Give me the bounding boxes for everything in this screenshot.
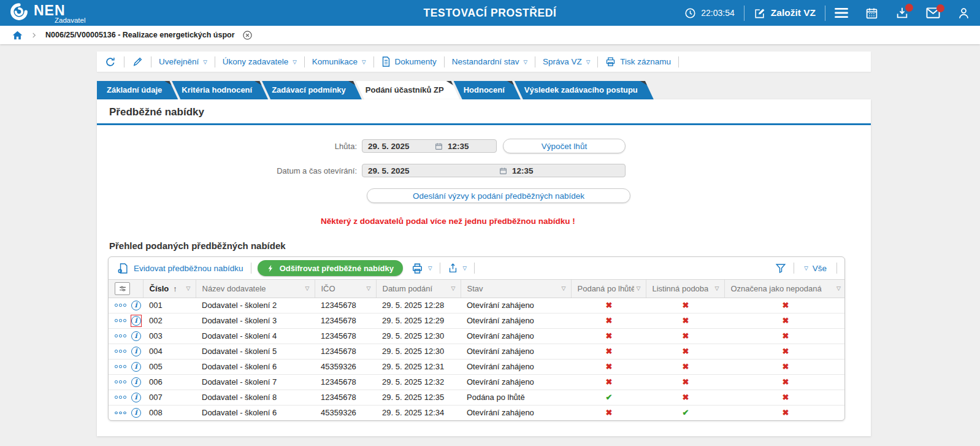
- filter-preset-select[interactable]: ▽ Vše: [800, 263, 830, 274]
- compute-deadlines-button[interactable]: Výpočet lhůt: [503, 139, 626, 153]
- cell-stav: Otevírání zahájeno: [461, 405, 571, 420]
- cell-cislo: 005: [143, 359, 196, 374]
- filter-caret-icon[interactable]: ▽: [559, 285, 566, 291]
- column-header-podana-po-lhute[interactable]: Podaná po lhůtě▽: [571, 280, 646, 298]
- column-header-cislo[interactable]: Číslo↑▽: [143, 280, 196, 298]
- tab-podani-ucastniku-zp[interactable]: Podání účastníků ZP: [356, 81, 460, 99]
- user-button[interactable]: [957, 7, 970, 20]
- filter-caret-icon[interactable]: ▽: [713, 285, 719, 291]
- nen-logo[interactable]: NEN Zadavatel: [10, 2, 86, 24]
- printer-icon: [605, 56, 616, 67]
- column-header-datum-podani[interactable]: Datum podání▽: [376, 280, 461, 298]
- row-info-button[interactable]: i: [131, 407, 142, 419]
- menu-uverejneni[interactable]: Uveřejnění ▽: [158, 57, 209, 66]
- divider: [444, 56, 445, 67]
- filter-caret-icon[interactable]: ▽: [303, 285, 310, 291]
- send-invitation-button[interactable]: Odeslání výzvy k podání předběžných nabí…: [367, 188, 630, 203]
- menu-button[interactable]: [835, 7, 848, 18]
- menu-sprava-vz[interactable]: Správa VZ ▽: [542, 57, 591, 66]
- bids-grid: Evidovat předběžnou nabídku Odšifrovat p…: [108, 256, 845, 421]
- table-row[interactable]: i 005 Dodavatel - školení 6 45359326 29.…: [109, 359, 845, 374]
- opening-time-field[interactable]: 12:35: [494, 166, 625, 175]
- session-clock: 22:03:54: [684, 7, 735, 19]
- opening-datetime-field[interactable]: 29. 5. 2025 12:35: [362, 164, 626, 177]
- edit-record-button[interactable]: [131, 56, 145, 67]
- column-header-oznacena-jako-nepodana[interactable]: Označena jako nepodaná▽: [724, 280, 845, 298]
- tab-kriteria-hodnoceni[interactable]: Kritéria hodnocení: [172, 81, 268, 99]
- table-row[interactable]: i 006 Dodavatel - školení 7 12345678 29.…: [109, 374, 845, 390]
- row-info-button[interactable]: i: [131, 361, 142, 373]
- tab-zakladni-udaje[interactable]: Základní údaje: [97, 81, 178, 99]
- grid-title: Přehled podaných předběžných nabídek: [109, 240, 871, 251]
- row-info-button[interactable]: i: [131, 376, 142, 388]
- table-row[interactable]: i 004 Dodavatel - školení 5 12345678 29.…: [109, 344, 845, 359]
- row-menu-button[interactable]: [115, 350, 126, 353]
- table-row[interactable]: i 001 Dodavatel - školení 2 12345678 29.…: [109, 298, 845, 313]
- info-icon: i: [131, 362, 141, 372]
- tab-vysledek-zadavaciho-postupu[interactable]: Výsledek zadávacího postupu: [515, 81, 654, 99]
- opening-date-value[interactable]: 29. 5. 2025: [362, 166, 494, 175]
- home-button[interactable]: [12, 30, 23, 40]
- table-row[interactable]: i 008 Dodavatel - školení 6 45359326 29.…: [109, 405, 845, 420]
- close-icon: [242, 30, 253, 40]
- filter-caret-icon[interactable]: ▽: [184, 285, 191, 291]
- menu-dokumenty[interactable]: Dokumenty: [380, 56, 438, 67]
- register-bid-button[interactable]: Evidovat předběžnou nabídku: [116, 263, 245, 274]
- column-header-ico[interactable]: IČO▽: [315, 280, 376, 298]
- lightning-icon: [267, 264, 275, 273]
- decrypt-bids-button[interactable]: Odšifrovat předběžné nabídky: [258, 260, 403, 276]
- divider: [251, 263, 251, 274]
- deadline-time-field[interactable]: 12:35: [429, 142, 496, 151]
- filter-button[interactable]: [774, 263, 787, 274]
- cell-datum-podani: 29. 5. 2025 12:35: [376, 390, 461, 405]
- breadcrumb-item[interactable]: N006/25/V00005136 - Realizace energetick…: [45, 31, 235, 39]
- row-info-button[interactable]: i: [131, 391, 142, 404]
- table-row[interactable]: i 003 Dodavatel - školení 4 12345678 29.…: [109, 328, 845, 344]
- menu-tisk-zaznamu[interactable]: Tisk záznamu: [604, 56, 672, 67]
- messages-button[interactable]: [926, 7, 940, 19]
- calendar-icon: [435, 142, 443, 150]
- print-grid-button[interactable]: ▽: [410, 263, 434, 274]
- row-menu-button[interactable]: [115, 412, 126, 415]
- deadline-date-value[interactable]: 29. 5. 2025: [362, 142, 429, 151]
- column-header-nazev-dodavatele[interactable]: Název dodavatele▽: [196, 280, 315, 298]
- cell-ico: 12345678: [315, 328, 376, 344]
- row-menu-button[interactable]: [115, 334, 126, 337]
- table-row[interactable]: i 007 Dodavatel - školení 8 12345678 29.…: [109, 390, 845, 405]
- row-menu-button[interactable]: [115, 304, 126, 307]
- flag-oznacena-jako-nepodana: ✖: [783, 331, 789, 340]
- menu-ukony-zadavatele[interactable]: Úkony zadavatele ▽: [221, 57, 298, 66]
- row-menu-button[interactable]: [115, 319, 126, 322]
- row-info-button[interactable]: i: [131, 299, 142, 312]
- table-row[interactable]: i 002 Dodavatel - školení 3 12345678 29.…: [109, 313, 845, 328]
- row-info-button[interactable]: i: [131, 330, 142, 342]
- tab-zadavaci-podminky[interactable]: Zadávací podmínky: [262, 81, 362, 99]
- divider: [215, 56, 215, 67]
- close-record-button[interactable]: [242, 30, 253, 40]
- cell-nazev-dodavatele: Dodavatel - školení 4: [196, 328, 315, 344]
- menu-komunikace[interactable]: Komunikace ▽: [311, 57, 367, 66]
- filter-caret-icon[interactable]: ▽: [449, 285, 456, 291]
- calendar-button[interactable]: [865, 7, 878, 20]
- flag-oznacena-jako-nepodana: ✖: [783, 377, 789, 386]
- row-menu-button[interactable]: [115, 380, 126, 383]
- create-vz-button[interactable]: Založit VZ: [754, 7, 816, 19]
- column-settings-button[interactable]: [115, 282, 130, 295]
- deadline-datetime-field[interactable]: 29. 5. 2025 12:35: [362, 139, 497, 153]
- tab-hodnoceni[interactable]: Hodnocení: [454, 81, 521, 99]
- row-info-button[interactable]: i: [131, 315, 142, 327]
- menu-nestandardni-stav[interactable]: Nestandardní stav ▽: [451, 57, 529, 66]
- column-header-stav[interactable]: Stav▽: [461, 280, 571, 298]
- column-header-listinna-podoba[interactable]: Listinná podoba▽: [646, 280, 724, 298]
- filter-caret-icon[interactable]: ▽: [364, 285, 371, 291]
- export-grid-button[interactable]: ▽: [446, 263, 469, 274]
- refresh-button[interactable]: [103, 56, 118, 67]
- downloads-button[interactable]: [895, 6, 909, 20]
- brand-name: NEN: [34, 3, 86, 18]
- row-menu-button[interactable]: [115, 396, 126, 399]
- filter-caret-icon[interactable]: ▽: [834, 285, 841, 291]
- filter-caret-icon[interactable]: ▽: [634, 285, 641, 291]
- row-info-button[interactable]: i: [131, 345, 142, 358]
- page-title: Předběžné nabídky: [97, 99, 871, 123]
- row-menu-button[interactable]: [115, 365, 126, 368]
